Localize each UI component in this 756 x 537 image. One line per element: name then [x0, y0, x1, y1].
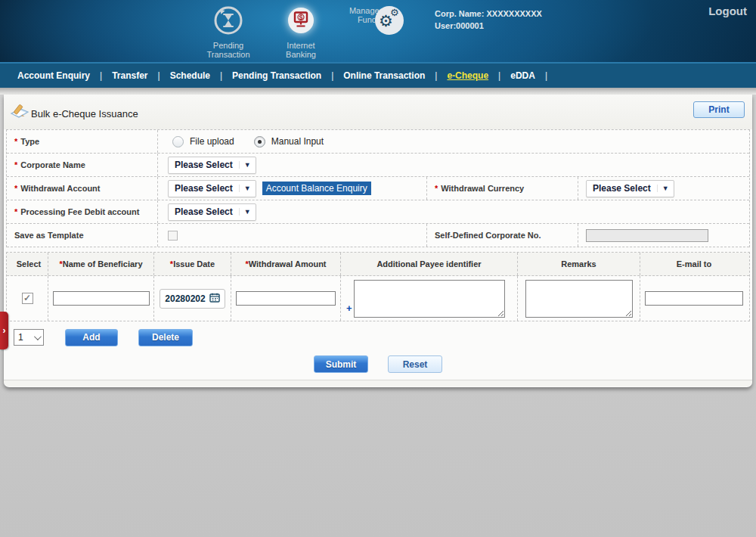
- row-controls: 1 Add Delete: [4, 323, 752, 352]
- chevron-down-icon: [34, 333, 42, 340]
- shortcut-label: Transaction: [206, 50, 249, 59]
- delete-row-button[interactable]: Delete: [138, 329, 193, 346]
- user-id: User:000001: [435, 20, 542, 32]
- required-mark: *: [14, 207, 17, 216]
- corporate-name-select[interactable]: Please Select ▼: [168, 157, 256, 174]
- add-row-button[interactable]: Add: [65, 329, 118, 346]
- remarks-textarea[interactable]: [525, 280, 633, 318]
- radio-manual-input[interactable]: [254, 136, 265, 147]
- self-defined-corp-no-input: [586, 229, 708, 242]
- required-mark: *: [14, 160, 17, 169]
- col-header-additional-payee-identifier: Additional Payee identifier: [376, 259, 481, 268]
- selected-text-account-balance-enquiry: Account Balance Enquiry: [262, 182, 371, 195]
- page-title: Bulk e-Cheque Issuance: [31, 108, 138, 120]
- withdrawal-currency-select[interactable]: Please Select ▼: [586, 180, 674, 197]
- chevron-down-icon: ▼: [239, 161, 256, 169]
- logout-button[interactable]: Logout: [708, 5, 747, 17]
- issuance-form: * Type File upload Manual Input * Corpor…: [6, 129, 750, 247]
- radio-file-upload-label[interactable]: File upload: [190, 136, 234, 147]
- header-shortcuts: Pending Transaction $ Internet Ba: [192, 5, 410, 59]
- chevron-down-icon: ▼: [657, 185, 674, 192]
- footer-actions: Submit Reset: [4, 352, 752, 380]
- self-defined-corp-no-label: Self-Defined Corporate No.: [435, 231, 541, 240]
- beneficiary-name-input[interactable]: [53, 291, 150, 306]
- col-header-withdrawal-amount: Withdrawal Amount: [249, 259, 327, 268]
- internet-banking-icon: $: [285, 5, 317, 36]
- nav-item-online-transaction[interactable]: Online Transaction: [333, 70, 435, 81]
- page-title-row: Bulk e-Cheque Issuance Print: [4, 95, 752, 129]
- calendar-icon[interactable]: [209, 292, 220, 306]
- submit-button[interactable]: Submit: [314, 355, 368, 373]
- form-row-withdrawal-account: * Withdrawal Account Please Select ▼ Acc…: [7, 177, 749, 200]
- email-to-input[interactable]: [645, 291, 743, 306]
- form-row-processing-fee: * Processing Fee Debit account Please Se…: [7, 200, 749, 224]
- col-header-select: Select: [17, 259, 41, 268]
- reset-button[interactable]: Reset: [388, 355, 442, 373]
- withdrawal-currency-label: Withdrawal Currency: [441, 184, 524, 193]
- nav-separator: |: [545, 70, 547, 81]
- issue-date-picker[interactable]: 20280202: [160, 289, 225, 309]
- col-header-remarks: Remarks: [561, 259, 596, 268]
- beneficiary-table: Select * Name of Beneficiary * Issue Dat…: [6, 252, 750, 321]
- nav-item-pending-transaction[interactable]: Pending Transaction: [222, 70, 331, 81]
- corp-info: Corp. Name: XXXXXXXXXX User:000001: [435, 8, 542, 32]
- svg-text:$: $: [299, 14, 302, 21]
- nav-item-transfer[interactable]: Transfer: [102, 70, 157, 81]
- required-mark: *: [14, 137, 17, 146]
- nav-divider-strip: [0, 88, 756, 95]
- nav-item-edda[interactable]: eDDA: [500, 70, 545, 81]
- nav-item-account-enquiry[interactable]: Account Enquiry: [8, 70, 100, 81]
- additional-payee-identifier-textarea[interactable]: [354, 280, 505, 318]
- shortcut-label: Pending: [213, 41, 243, 50]
- nav-item-e-cheque[interactable]: e-Cheque: [437, 70, 498, 81]
- top-header: Pending Transaction $ Internet Ba: [0, 0, 756, 64]
- processing-fee-select[interactable]: Please Select ▼: [168, 203, 256, 221]
- row-count-select[interactable]: 1: [14, 329, 44, 346]
- shortcut-pending-transaction[interactable]: Pending Transaction: [192, 5, 265, 59]
- corp-name: Corp. Name: XXXXXXXXXX: [435, 8, 542, 20]
- col-header-issue-date: Issue Date: [173, 259, 215, 268]
- required-mark: *: [435, 184, 438, 193]
- nav-item-schedule[interactable]: Schedule: [160, 70, 220, 81]
- row-count-value: 1: [18, 332, 23, 343]
- save-as-template-checkbox[interactable]: [168, 231, 178, 241]
- main-nav: Account Enquiry | Transfer | Schedule | …: [0, 64, 756, 88]
- form-row-type: * Type File upload Manual Input: [7, 130, 749, 154]
- save-as-template-label: Save as Template: [14, 231, 84, 240]
- shortcut-management-function[interactable]: ⚙ ⚙ Management Function: [337, 5, 410, 59]
- beneficiary-row: ✓ 20280202: [7, 276, 749, 321]
- withdrawal-account-select[interactable]: Please Select ▼: [168, 180, 256, 197]
- radio-manual-input-label[interactable]: Manual Input: [271, 136, 324, 147]
- screen: Pending Transaction $ Internet Ba: [0, 0, 756, 537]
- edit-note-icon: [10, 103, 29, 124]
- side-panel-toggle[interactable]: ›: [0, 312, 8, 349]
- withdrawal-amount-input[interactable]: [236, 291, 336, 306]
- shortcut-internet-banking[interactable]: $ Internet Banking: [265, 5, 337, 59]
- required-mark: *: [14, 184, 17, 193]
- col-header-email-to: E-mail to: [677, 259, 711, 268]
- add-payee-identifier-link[interactable]: +: [346, 303, 352, 314]
- form-row-corporate-name: * Corporate Name Please Select ▼: [7, 154, 749, 177]
- pending-transaction-icon: [212, 5, 244, 36]
- withdrawal-account-label: Withdrawal Account: [20, 184, 100, 193]
- processing-fee-label: Processing Fee Debit account: [20, 207, 139, 216]
- col-header-name-of-beneficiary: Name of Beneficiary: [63, 259, 143, 268]
- card-footer: [4, 380, 752, 386]
- type-label: Type: [20, 137, 39, 146]
- print-button[interactable]: Print: [693, 101, 745, 118]
- chevron-down-icon: ▼: [239, 208, 256, 216]
- radio-file-upload[interactable]: [172, 136, 184, 147]
- beneficiary-table-header: Select * Name of Beneficiary * Issue Dat…: [7, 253, 749, 276]
- issue-date-value: 20280202: [165, 293, 205, 304]
- row-select-checkbox[interactable]: ✓: [22, 293, 33, 304]
- corporate-name-label: Corporate Name: [20, 160, 85, 169]
- content-card: Bulk e-Cheque Issuance Print * Type File…: [4, 95, 752, 387]
- shortcut-label: Internet: [287, 41, 314, 50]
- shortcut-label: Banking: [286, 50, 316, 59]
- chevron-down-icon: ▼: [239, 185, 256, 192]
- form-row-save-as-template: Save as Template Self-Defined Corporate …: [7, 224, 749, 247]
